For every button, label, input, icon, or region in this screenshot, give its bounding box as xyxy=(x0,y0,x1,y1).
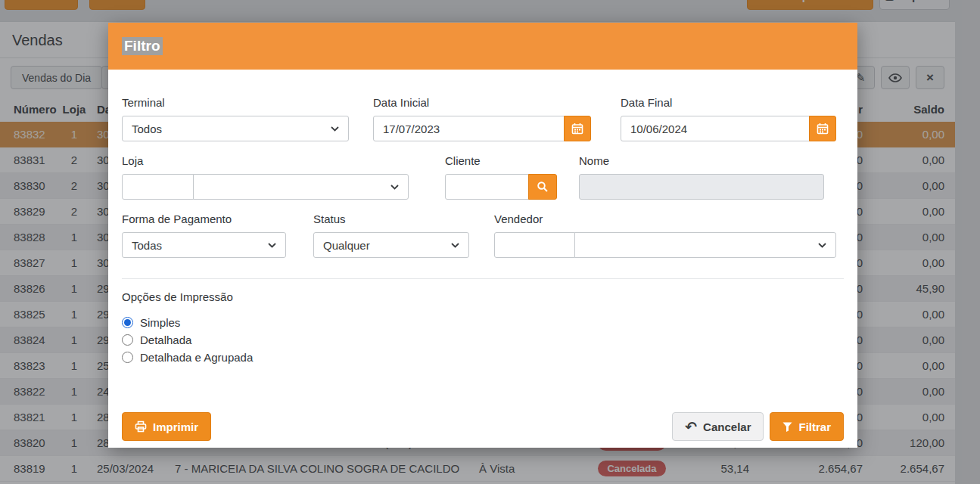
data-final-label: Data Final xyxy=(621,96,836,110)
status-value: Qualquer xyxy=(323,239,370,252)
imprimir-button[interactable]: Imprimir xyxy=(122,412,211,441)
radio-detalhada[interactable]: Detalhada xyxy=(122,332,253,348)
calendar-icon xyxy=(571,123,583,135)
data-final-input[interactable] xyxy=(621,116,810,141)
status-label: Status xyxy=(313,213,469,226)
vendedor-code-input[interactable] xyxy=(494,232,575,258)
status-field: Status Qualquer xyxy=(313,213,469,258)
vendedor-label: Vendedor xyxy=(494,213,836,226)
filtro-modal: Filtro Terminal Todos Data Inicial Data … xyxy=(108,23,857,448)
chevron-down-icon xyxy=(268,243,276,248)
filter-funnel-icon xyxy=(782,422,792,432)
cliente-search-button[interactable] xyxy=(528,174,557,200)
vendedor-select[interactable] xyxy=(574,232,836,258)
status-select[interactable]: Qualquer xyxy=(313,232,469,258)
nome-input xyxy=(579,174,824,200)
printer-icon xyxy=(135,420,147,433)
data-inicial-calendar-button[interactable] xyxy=(564,116,591,141)
nome-label: Nome xyxy=(579,154,824,168)
radio-detalhada-input[interactable] xyxy=(122,334,133,346)
chevron-down-icon xyxy=(818,243,826,248)
search-icon xyxy=(537,181,549,193)
radio-simples[interactable]: Simples xyxy=(122,315,253,330)
data-final-field: Data Final xyxy=(621,96,836,141)
forma-pagamento-field: Forma de Pagamento Todas xyxy=(122,213,286,258)
data-inicial-input[interactable] xyxy=(373,116,565,141)
print-options-radios: Simples Detalhada Detalhada e Agrupada xyxy=(122,315,253,367)
loja-field: Loja xyxy=(122,154,409,200)
print-options-section: Opções de Impressão xyxy=(122,290,233,303)
cliente-label: Cliente xyxy=(445,154,557,168)
forma-pagamento-value: Todas xyxy=(132,239,162,252)
terminal-select[interactable]: Todos xyxy=(122,116,349,141)
loja-label: Loja xyxy=(122,154,409,168)
data-inicial-field: Data Inicial xyxy=(373,96,591,141)
modal-header: Filtro xyxy=(108,23,857,70)
chevron-down-icon xyxy=(331,126,339,132)
loja-code-input[interactable] xyxy=(122,174,194,200)
vendedor-field: Vendedor xyxy=(494,213,836,258)
forma-pagamento-label: Forma de Pagamento xyxy=(122,213,286,226)
terminal-field: Terminal Todos xyxy=(122,96,349,141)
cliente-field: Cliente xyxy=(445,154,557,200)
cliente-input[interactable] xyxy=(445,174,529,200)
data-final-calendar-button[interactable] xyxy=(809,116,836,141)
nome-field: Nome xyxy=(579,154,824,200)
filtrar-button[interactable]: Filtrar xyxy=(770,412,844,441)
data-inicial-label: Data Inicial xyxy=(373,96,591,110)
undo-icon: ↶ xyxy=(685,420,697,434)
cancelar-button[interactable]: ↶ Cancelar xyxy=(672,412,764,441)
section-divider xyxy=(122,278,844,279)
radio-simples-input[interactable] xyxy=(122,317,133,328)
terminal-value: Todos xyxy=(132,123,162,135)
loja-select[interactable] xyxy=(193,174,409,200)
modal-title: Filtro xyxy=(122,37,163,55)
radio-detalhada-agrupada[interactable]: Detalhada e Agrupada xyxy=(122,349,253,365)
forma-pagamento-select[interactable]: Todas xyxy=(122,232,286,258)
terminal-label: Terminal xyxy=(122,96,349,110)
calendar-icon xyxy=(817,123,829,135)
print-options-title: Opções de Impressão xyxy=(122,290,233,303)
chevron-down-icon xyxy=(451,243,459,248)
chevron-down-icon xyxy=(390,185,399,190)
radio-detalhada-agrupada-input[interactable] xyxy=(122,352,133,363)
